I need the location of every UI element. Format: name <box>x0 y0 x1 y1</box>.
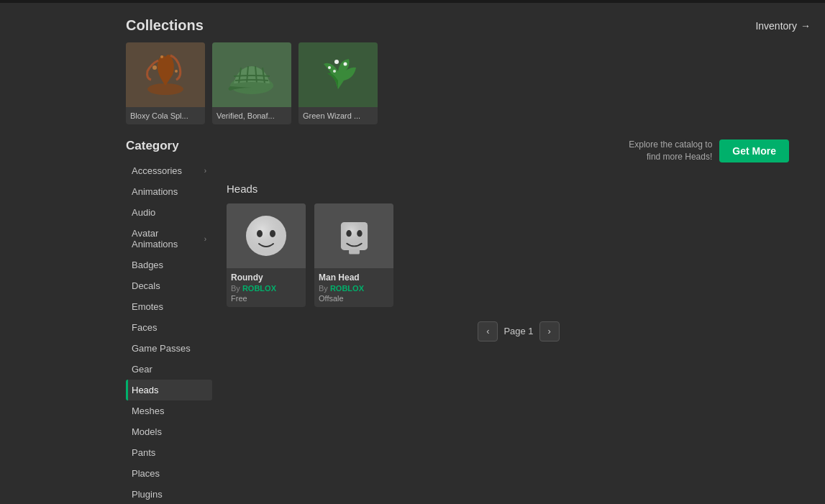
sidebar-label-places: Places <box>132 468 160 479</box>
svg-point-1 <box>152 65 157 70</box>
category-list: Accessories › Animations Audio Avatar An… <box>126 160 212 504</box>
svg-point-21 <box>357 230 362 237</box>
item-price-roundy: Free <box>231 294 301 303</box>
svg-point-11 <box>344 63 347 66</box>
item-thumb-manhead <box>314 203 393 268</box>
collection-thumb-bloxy <box>126 42 205 107</box>
sidebar-item-pants[interactable]: Pants <box>126 442 212 463</box>
prev-page-button[interactable]: ‹ <box>478 321 498 342</box>
svg-point-17 <box>270 230 275 237</box>
sidebar-item-emotes[interactable]: Emotes <box>126 296 212 317</box>
section-label: Heads <box>227 183 811 195</box>
sidebar-item-heads[interactable]: Heads <box>126 380 212 400</box>
sidebar-label-plugins: Plugins <box>132 489 163 500</box>
item-card-roundy[interactable]: Roundy By ROBLOX Free <box>227 203 306 307</box>
sidebar-label-heads: Heads <box>132 385 159 395</box>
sidebar-item-meshes[interactable]: Meshes <box>126 400 212 421</box>
item-info-roundy: Roundy By ROBLOX Free <box>227 268 306 307</box>
sidebar-label-emotes: Emotes <box>132 301 163 312</box>
sidebar-label-accessories: Accessories <box>132 165 182 176</box>
items-grid: Roundy By ROBLOX Free <box>227 203 811 307</box>
page-label: Page 1 <box>503 326 533 336</box>
svg-rect-22 <box>349 249 360 254</box>
sidebar-item-accessories[interactable]: Accessories › <box>126 160 212 181</box>
sidebar-item-avatar-animations[interactable]: Avatar Animations › <box>126 223 212 255</box>
promo-text: Explore the catalog tofind more Heads! <box>629 139 712 163</box>
sidebar-item-audio[interactable]: Audio <box>126 202 212 223</box>
sidebar-label-gear: Gear <box>132 364 152 375</box>
sidebar-label-badges: Badges <box>132 260 163 270</box>
inventory-arrow: → <box>801 20 811 32</box>
sidebar-label-audio: Audio <box>132 207 155 218</box>
chevron-avatar-animations: › <box>204 235 206 243</box>
category-title: Category <box>126 139 212 153</box>
collection-label-bonafide: Verified, Bonaf... <box>212 107 291 124</box>
inventory-label: Inventory <box>755 20 797 32</box>
sidebar-label-decals: Decals <box>132 280 160 291</box>
sidebar-label-faces: Faces <box>132 322 157 333</box>
sidebar-label-meshes: Meshes <box>132 406 165 416</box>
sidebar-item-plugins[interactable]: Plugins <box>126 484 212 504</box>
svg-point-15 <box>246 216 286 256</box>
get-more-button[interactable]: Get More <box>719 139 789 162</box>
item-name-roundy: Roundy <box>231 272 301 283</box>
item-info-manhead: Man Head By ROBLOX Offsale <box>314 268 393 307</box>
collection-thumb-bonafide <box>212 42 291 107</box>
item-name-manhead: Man Head <box>319 272 389 283</box>
sidebar-item-places[interactable]: Places <box>126 463 212 484</box>
svg-point-12 <box>328 66 331 69</box>
sidebar-item-decals[interactable]: Decals <box>126 275 212 296</box>
collection-thumb-wizard <box>298 42 378 107</box>
item-by-roundy: By ROBLOX <box>231 284 301 293</box>
sidebar-item-animations[interactable]: Animations <box>126 181 212 202</box>
sidebar-label-avatar-animations: Avatar Animations <box>132 228 204 249</box>
sidebar-label-animations: Animations <box>132 186 178 197</box>
svg-point-13 <box>333 70 336 73</box>
svg-point-20 <box>346 230 351 237</box>
collection-item-wizard[interactable]: Green Wizard ... <box>298 42 378 124</box>
item-creator-manhead: ROBLOX <box>330 284 364 293</box>
promo-banner: Explore the catalog tofind more Heads! G… <box>629 139 803 163</box>
item-by-manhead: By ROBLOX <box>319 284 389 293</box>
svg-point-9 <box>230 82 273 91</box>
item-creator-roundy: ROBLOX <box>242 284 276 293</box>
collections-title: Collections <box>126 17 204 34</box>
svg-point-10 <box>334 60 339 64</box>
sidebar-item-game-passes[interactable]: Game Passes <box>126 338 212 359</box>
next-page-button[interactable]: › <box>539 321 560 342</box>
inventory-link[interactable]: Inventory → <box>755 20 811 32</box>
collection-label-wizard: Green Wizard ... <box>298 107 378 124</box>
sidebar-item-faces[interactable]: Faces <box>126 317 212 338</box>
sidebar-item-models[interactable]: Models <box>126 421 212 442</box>
collection-item-bonafide[interactable]: Verified, Bonaf... <box>212 42 291 124</box>
svg-point-2 <box>175 70 178 73</box>
pagination: ‹ Page 1 › <box>227 321 811 342</box>
sidebar-label-models: Models <box>132 426 162 437</box>
sidebar-item-gear[interactable]: Gear <box>126 359 212 380</box>
item-thumb-roundy <box>227 203 306 268</box>
sidebar-label-game-passes: Game Passes <box>132 343 191 354</box>
item-price-manhead: Offsale <box>319 294 389 303</box>
chevron-accessories: › <box>204 167 206 175</box>
collections-grid: Bloxy Cola Spl... <box>126 42 811 124</box>
item-card-manhead[interactable]: Man Head By ROBLOX Offsale <box>314 203 393 307</box>
sidebar-item-badges[interactable]: Badges <box>126 255 212 275</box>
svg-point-3 <box>160 55 163 58</box>
sidebar: Category Accessories › Animations Audio … <box>126 132 212 504</box>
svg-point-16 <box>257 230 263 237</box>
main-content: Explore the catalog tofind more Heads! G… <box>212 132 825 504</box>
collection-label-bloxy: Bloxy Cola Spl... <box>126 107 205 124</box>
sidebar-label-pants: Pants <box>132 447 155 458</box>
collection-item-bloxy[interactable]: Bloxy Cola Spl... <box>126 42 205 124</box>
